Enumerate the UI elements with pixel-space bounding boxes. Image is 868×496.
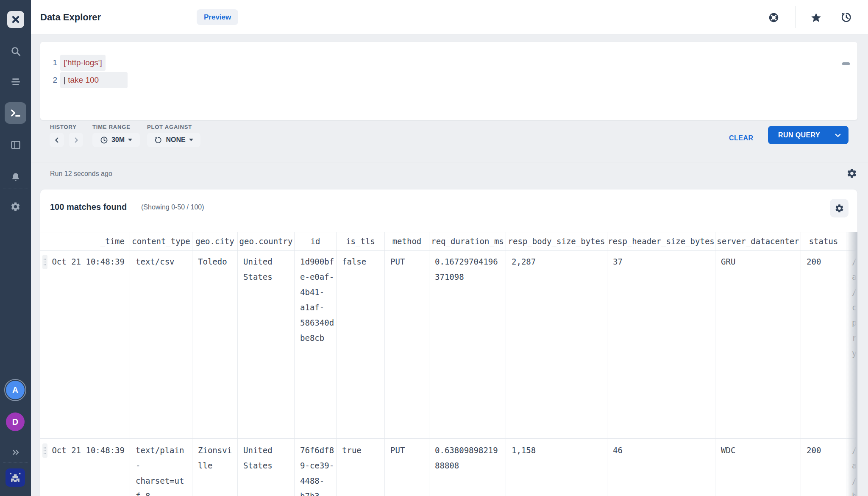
line-number: 2 xyxy=(40,72,57,88)
table-row[interactable]: Oct 21 10:48:39 text/plain - charset=utf… xyxy=(40,439,857,496)
avatar-d[interactable]: D xyxy=(6,412,25,431)
cell-resp-body-size[interactable]: 1,158 xyxy=(506,439,607,496)
sidebar-expand-button[interactable] xyxy=(0,444,31,461)
cell-uri-partial[interactable]: /a /b ar xyxy=(846,439,857,496)
run-query-button[interactable]: RUN QUERY xyxy=(768,126,849,144)
table-header-row: _time content_type geo.city geo.country … xyxy=(40,232,857,251)
code-pipe: | xyxy=(64,75,68,84)
cell-id[interactable]: 1d900bfe-e0af-4b41-a1af-586340dbe8cb xyxy=(295,251,337,438)
column-header[interactable]: server_datacenter xyxy=(715,232,801,250)
cell-status[interactable]: 200 xyxy=(801,439,846,496)
editor-scrollbar-thumb[interactable] xyxy=(842,62,850,65)
page-title: Data Explorer xyxy=(40,12,101,23)
chevron-left-icon xyxy=(54,137,60,143)
query-history-button[interactable] xyxy=(840,11,852,23)
cell-req-duration[interactable]: 0.16729704196371098 xyxy=(429,251,506,438)
column-header[interactable]: method xyxy=(385,232,429,250)
column-header[interactable]: content_type xyxy=(130,232,192,250)
showing-range: (Showing 0-50 / 100) xyxy=(141,203,204,211)
x-logo-icon xyxy=(11,14,21,25)
history-label: HISTORY xyxy=(50,124,77,130)
cell-server-datacenter[interactable]: GRU xyxy=(715,251,801,438)
cell-resp-header-size[interactable]: 37 xyxy=(607,251,715,438)
column-header[interactable]: geo.city xyxy=(192,232,238,250)
time-range-value: 30M xyxy=(111,136,125,144)
table-row[interactable]: Oct 21 10:48:39 text/csv Toledo United S… xyxy=(40,251,857,439)
terminal-icon xyxy=(10,107,22,119)
column-header[interactable]: req_duration_ms xyxy=(429,232,506,250)
history-back-button[interactable] xyxy=(50,133,64,147)
history-icon xyxy=(840,11,852,23)
cell-req-duration[interactable]: 0.6380989821988808 xyxy=(429,439,506,496)
gear-icon xyxy=(846,168,857,179)
sidebar-item-settings[interactable] xyxy=(0,198,31,215)
column-header[interactable]: resp_body_size_bytes xyxy=(506,232,607,250)
app-logo[interactable] xyxy=(7,11,24,28)
cell-content-type[interactable]: text/plain - charset=utf-8 xyxy=(130,439,192,496)
column-header[interactable]: resp_header_size_bytes xyxy=(607,232,715,250)
table-settings-button[interactable] xyxy=(830,199,849,217)
avatar-a[interactable]: A xyxy=(6,381,25,399)
cell-id[interactable]: 76f6df89-ce39-4488-b7b3- xyxy=(295,439,337,496)
help-button[interactable] xyxy=(768,11,779,23)
last-run-status: Run 12 seconds ago xyxy=(50,170,112,178)
plot-against-button[interactable]: NONE xyxy=(147,133,200,147)
column-header[interactable]: status xyxy=(801,232,846,250)
time-range-button[interactable]: 30M xyxy=(92,133,140,147)
favorites-button[interactable] xyxy=(810,11,822,23)
sidebar-item-stream[interactable] xyxy=(0,73,31,90)
cell-content-type[interactable]: text/csv xyxy=(130,251,192,438)
help-lifebuoy-icon xyxy=(768,12,779,23)
column-header[interactable]: _time xyxy=(40,232,130,250)
matches-count: 100 matches found xyxy=(50,202,127,212)
cell-status[interactable]: 200 xyxy=(801,251,846,438)
query-controls: HISTORY TIME RANGE 30M PLOT AGAINST NONE… xyxy=(31,120,868,162)
cell-geo-country[interactable]: United States xyxy=(238,251,295,438)
column-header[interactable]: is_tls xyxy=(337,232,385,250)
preview-badge[interactable]: Preview xyxy=(197,9,238,25)
cell-method[interactable]: PUT xyxy=(385,439,429,496)
cell-server-datacenter[interactable]: WDC xyxy=(715,439,801,496)
line-number: 1 xyxy=(40,55,57,71)
query-editor[interactable]: 1 ['http-logs'] 2 | take 100 xyxy=(40,42,857,120)
search-icon xyxy=(10,46,21,57)
code-token: ['http-logs'] xyxy=(64,58,102,67)
column-header[interactable]: geo.country xyxy=(238,232,295,250)
sidebar-divider xyxy=(3,463,28,463)
editor-line-1[interactable]: ['http-logs'] xyxy=(60,55,106,71)
cell-resp-header-size[interactable]: 46 xyxy=(607,439,715,496)
column-header[interactable]: id xyxy=(295,232,337,250)
caret-down-icon xyxy=(128,139,132,141)
history-small-icon xyxy=(154,136,162,144)
sidebar-item-query-active[interactable] xyxy=(5,102,26,124)
caret-down-icon xyxy=(189,139,193,141)
run-settings-button[interactable] xyxy=(846,168,857,179)
row-drag-handle[interactable] xyxy=(42,443,47,458)
cell-geo-country[interactable]: United States xyxy=(238,439,295,496)
cell-is-tls[interactable]: true xyxy=(337,439,385,496)
cell-is-tls[interactable]: false xyxy=(337,251,385,438)
sidebar-item-search[interactable] xyxy=(0,43,31,60)
cell-uri-partial[interactable]: /a /c pr y xyxy=(846,251,857,438)
clear-button[interactable]: CLEAR xyxy=(729,134,754,142)
settings-gear-icon xyxy=(10,201,21,212)
cell-resp-body-size[interactable]: 2,287 xyxy=(506,251,607,438)
sidebar-item-alerts[interactable] xyxy=(0,169,31,186)
brand-pixel-logo[interactable] xyxy=(6,468,25,487)
editor-line-2[interactable]: | take 100 xyxy=(60,72,128,88)
results-table: _time content_type geo.city geo.country … xyxy=(40,232,857,496)
sidebar-item-dashboards[interactable] xyxy=(0,137,31,153)
run-query-label: RUN QUERY xyxy=(778,131,820,139)
time-range-label: TIME RANGE xyxy=(92,124,131,130)
cell-method[interactable]: PUT xyxy=(385,251,429,438)
cell-time[interactable]: Oct 21 10:48:39 xyxy=(40,439,130,496)
cell-time[interactable]: Oct 21 10:48:39 xyxy=(40,251,130,438)
row-drag-handle[interactable] xyxy=(42,255,47,269)
results-panel: 100 matches found (Showing 0-50 / 100) _… xyxy=(40,189,857,496)
chevron-down-icon xyxy=(834,131,842,139)
plot-against-label: PLOT AGAINST xyxy=(147,124,192,130)
cell-geo-city[interactable]: Zionsville xyxy=(192,439,238,496)
cell-geo-city[interactable]: Toledo xyxy=(192,251,238,438)
history-forward-button[interactable] xyxy=(69,133,83,147)
star-icon xyxy=(810,12,822,23)
